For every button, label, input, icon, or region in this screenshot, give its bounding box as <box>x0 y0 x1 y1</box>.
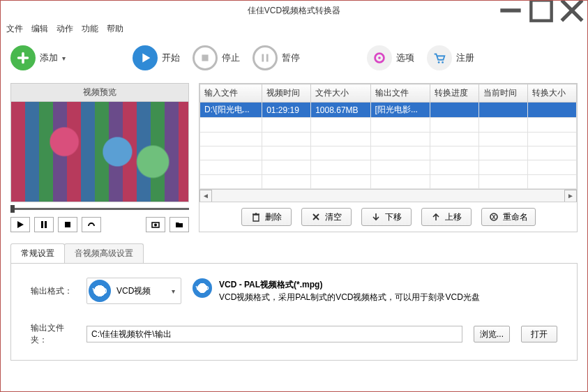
scroll-right-icon[interactable]: ► <box>564 190 577 202</box>
stop-button-small[interactable] <box>58 217 77 232</box>
svg-rect-14 <box>45 221 47 228</box>
settings-panel: 输出格式： VCD VCD视频 ▾ VCD VCD - PAL视频格式(*.mp… <box>10 263 578 361</box>
col-duration[interactable]: 视频时间 <box>262 84 311 103</box>
chevron-down-icon: ▾ <box>172 287 175 295</box>
vcd-icon: VCD <box>89 280 111 302</box>
stop-button[interactable]: 停止 <box>193 45 240 70</box>
preview-controls <box>10 217 189 232</box>
register-button[interactable]: 注册 <box>427 45 474 70</box>
svg-point-9 <box>378 56 381 59</box>
col-output[interactable]: 输出文件 <box>370 84 430 103</box>
delete-button[interactable]: 删除 <box>241 208 292 226</box>
maximize-button[interactable] <box>526 1 557 20</box>
svg-rect-7 <box>266 54 269 62</box>
table-row[interactable]: D:\[阳光电... 01:29:19 1008.67MB [阳光电影... <box>200 103 577 118</box>
col-curtime[interactable]: 当前时间 <box>478 84 527 103</box>
start-button[interactable]: 开始 <box>133 45 180 70</box>
tab-advanced[interactable]: 音视频高级设置 <box>64 243 144 263</box>
moveup-button[interactable]: 上移 <box>421 208 472 226</box>
plus-icon <box>10 45 36 70</box>
svg-rect-6 <box>262 54 264 62</box>
output-folder-input[interactable] <box>86 326 462 342</box>
format-description: VCD VCD - PAL视频格式(*.mpg) VCD视频格式，采用PAL制式… <box>193 278 480 303</box>
table-row[interactable] <box>200 146 577 160</box>
vcd-icon: VCD <box>193 278 212 298</box>
clear-button[interactable]: 清空 <box>301 208 352 226</box>
menu-help[interactable]: 帮助 <box>107 23 123 35</box>
svg-rect-5 <box>202 54 208 61</box>
window-controls <box>495 1 587 20</box>
settings-tabs: 常规设置 音视频高级设置 <box>10 243 578 263</box>
table-row[interactable] <box>200 174 577 188</box>
pause-button-small[interactable] <box>34 217 54 232</box>
menu-action[interactable]: 动作 <box>56 23 73 35</box>
table-row[interactable] <box>200 132 577 146</box>
preview-panel: 视频预览 <box>10 83 189 232</box>
horizontal-scrollbar[interactable]: ◄ ► <box>199 189 577 202</box>
file-list-panel: 输入文件 视频时间 文件大小 输出文件 转换进度 当前时间 转换大小 D:\[阳… <box>199 83 578 232</box>
loop-button[interactable] <box>82 217 101 232</box>
preview-title: 视频预览 <box>10 83 189 102</box>
svg-rect-13 <box>41 221 43 228</box>
close-button[interactable] <box>557 1 587 20</box>
snapshot-button[interactable] <box>146 217 165 232</box>
folder-row: 输出文件夹： 浏览... 打开 <box>31 322 557 346</box>
svg-marker-4 <box>142 54 150 63</box>
title-bar: 佳佳VCD视频格式转换器 <box>1 1 587 20</box>
pause-button[interactable]: 暂停 <box>252 45 300 70</box>
list-actions: 删除 清空 下移 上移 重命名 <box>199 202 577 232</box>
format-label: 输出格式： <box>31 285 75 297</box>
table-row[interactable] <box>200 118 577 132</box>
col-outsize[interactable]: 转换大小 <box>527 84 576 103</box>
minimize-button[interactable] <box>495 1 526 20</box>
col-size[interactable]: 文件大小 <box>311 84 370 103</box>
toolbar: 添加 ▾ 开始 停止 暂停 选项 注册 <box>1 37 587 79</box>
browse-button[interactable]: 浏览... <box>474 326 510 342</box>
menu-file[interactable]: 文件 <box>6 23 23 35</box>
scroll-left-icon[interactable]: ◄ <box>199 190 212 202</box>
open-button[interactable]: 打开 <box>521 326 557 342</box>
seek-bar[interactable] <box>10 208 189 210</box>
menu-function[interactable]: 功能 <box>82 23 98 35</box>
play-button[interactable] <box>10 217 30 232</box>
svg-rect-1 <box>531 0 551 20</box>
add-button[interactable]: 添加 ▾ <box>10 45 66 70</box>
play-icon <box>133 45 158 70</box>
chevron-down-icon: ▾ <box>62 54 66 62</box>
svg-rect-15 <box>65 222 70 227</box>
tab-general[interactable]: 常规设置 <box>10 243 65 263</box>
format-row: 输出格式： VCD VCD视频 ▾ VCD VCD - PAL视频格式(*.mp… <box>31 278 557 304</box>
menu-edit[interactable]: 编辑 <box>31 23 48 35</box>
gear-icon <box>367 45 392 70</box>
options-button[interactable]: 选项 <box>367 45 414 70</box>
cart-icon <box>427 45 452 70</box>
rename-button[interactable]: 重命名 <box>481 208 536 226</box>
folder-label: 输出文件夹： <box>31 322 75 346</box>
preview-canvas <box>10 102 189 202</box>
svg-point-10 <box>438 61 440 63</box>
svg-point-17 <box>154 224 157 227</box>
stop-icon <box>193 45 218 70</box>
movedown-button[interactable]: 下移 <box>361 208 412 226</box>
file-table[interactable]: 输入文件 视频时间 文件大小 输出文件 转换进度 当前时间 转换大小 D:\[阳… <box>199 84 577 189</box>
svg-point-11 <box>442 61 444 63</box>
col-progress[interactable]: 转换进度 <box>430 84 478 103</box>
svg-marker-12 <box>17 221 24 228</box>
window-title: 佳佳VCD视频格式转换器 <box>248 5 340 17</box>
folder-button[interactable] <box>169 217 189 232</box>
pause-icon <box>252 45 278 70</box>
table-row[interactable] <box>200 160 577 174</box>
format-select[interactable]: VCD VCD视频 ▾ <box>86 278 181 304</box>
col-input[interactable]: 输入文件 <box>200 84 262 103</box>
